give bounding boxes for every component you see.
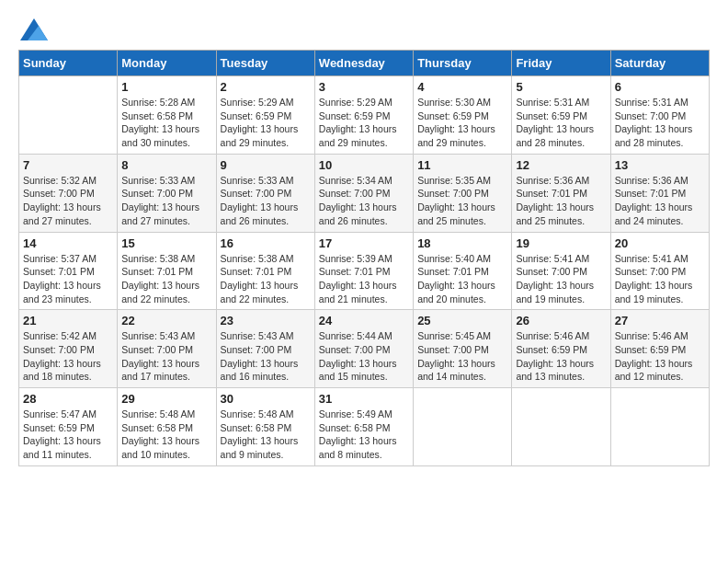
day-cell: 7Sunrise: 5:32 AM Sunset: 7:00 PM Daylig… — [19, 154, 118, 232]
day-number: 10 — [319, 158, 409, 172]
day-cell: 14Sunrise: 5:37 AM Sunset: 7:01 PM Dayli… — [19, 232, 118, 310]
day-number: 1 — [121, 80, 211, 94]
day-number: 20 — [615, 236, 705, 250]
day-cell: 10Sunrise: 5:34 AM Sunset: 7:00 PM Dayli… — [314, 154, 413, 232]
day-cell: 6Sunrise: 5:31 AM Sunset: 7:00 PM Daylig… — [610, 76, 709, 155]
day-info: Sunrise: 5:33 AM Sunset: 7:00 PM Dayligh… — [221, 174, 311, 228]
day-cell: 8Sunrise: 5:33 AM Sunset: 7:00 PM Daylig… — [118, 154, 216, 232]
day-number: 4 — [417, 80, 507, 94]
day-cell — [414, 388, 512, 466]
day-cell: 18Sunrise: 5:40 AM Sunset: 7:01 PM Dayli… — [414, 232, 512, 310]
day-header-saturday: Saturday — [610, 51, 709, 76]
day-info: Sunrise: 5:45 AM Sunset: 7:00 PM Dayligh… — [417, 329, 507, 384]
day-info: Sunrise: 5:36 AM Sunset: 7:01 PM Dayligh… — [516, 174, 606, 228]
day-cell: 28Sunrise: 5:47 AM Sunset: 6:59 PM Dayli… — [19, 388, 118, 466]
day-cell: 17Sunrise: 5:39 AM Sunset: 7:01 PM Dayli… — [314, 232, 413, 310]
day-info: Sunrise: 5:33 AM Sunset: 7:00 PM Dayligh… — [121, 174, 211, 228]
day-number: 17 — [319, 236, 409, 250]
day-number: 6 — [615, 80, 705, 94]
logo-icon — [20, 18, 48, 40]
day-header-wednesday: Wednesday — [314, 51, 413, 76]
day-cell — [512, 388, 610, 466]
day-cell: 12Sunrise: 5:36 AM Sunset: 7:01 PM Dayli… — [512, 154, 610, 232]
day-cell: 13Sunrise: 5:36 AM Sunset: 7:01 PM Dayli… — [610, 154, 709, 232]
day-number: 12 — [516, 158, 606, 172]
logo — [18, 18, 48, 40]
day-header-tuesday: Tuesday — [216, 51, 314, 76]
day-header-thursday: Thursday — [414, 51, 512, 76]
day-cell: 16Sunrise: 5:38 AM Sunset: 7:01 PM Dayli… — [216, 232, 314, 310]
day-cell: 23Sunrise: 5:43 AM Sunset: 7:00 PM Dayli… — [216, 310, 314, 388]
day-number: 30 — [221, 392, 311, 406]
day-number: 22 — [121, 314, 211, 327]
day-cell: 2Sunrise: 5:29 AM Sunset: 6:59 PM Daylig… — [216, 76, 314, 155]
day-number: 23 — [221, 314, 311, 327]
page-header — [18, 18, 710, 40]
day-number: 13 — [615, 158, 705, 172]
week-row-4: 21Sunrise: 5:42 AM Sunset: 7:00 PM Dayli… — [19, 310, 710, 388]
day-cell: 15Sunrise: 5:38 AM Sunset: 7:01 PM Dayli… — [118, 232, 216, 310]
day-info: Sunrise: 5:31 AM Sunset: 6:59 PM Dayligh… — [516, 96, 606, 150]
day-number: 15 — [121, 236, 211, 250]
day-cell: 19Sunrise: 5:41 AM Sunset: 7:00 PM Dayli… — [512, 232, 610, 310]
day-info: Sunrise: 5:47 AM Sunset: 6:59 PM Dayligh… — [23, 408, 113, 462]
day-cell: 25Sunrise: 5:45 AM Sunset: 7:00 PM Dayli… — [414, 310, 512, 388]
day-number: 8 — [121, 158, 211, 172]
day-cell: 30Sunrise: 5:48 AM Sunset: 6:58 PM Dayli… — [216, 388, 314, 466]
day-info: Sunrise: 5:29 AM Sunset: 6:59 PM Dayligh… — [319, 96, 409, 150]
day-number: 7 — [23, 158, 113, 172]
day-info: Sunrise: 5:30 AM Sunset: 6:59 PM Dayligh… — [417, 96, 507, 150]
day-info: Sunrise: 5:38 AM Sunset: 7:01 PM Dayligh… — [121, 252, 211, 306]
day-header-sunday: Sunday — [19, 51, 118, 76]
day-number: 26 — [516, 314, 606, 327]
day-info: Sunrise: 5:39 AM Sunset: 7:01 PM Dayligh… — [319, 252, 409, 306]
day-info: Sunrise: 5:46 AM Sunset: 6:59 PM Dayligh… — [516, 329, 606, 384]
day-cell: 9Sunrise: 5:33 AM Sunset: 7:00 PM Daylig… — [216, 154, 314, 232]
day-number: 31 — [319, 392, 409, 406]
day-info: Sunrise: 5:43 AM Sunset: 7:00 PM Dayligh… — [121, 329, 211, 384]
day-header-friday: Friday — [512, 51, 610, 76]
day-info: Sunrise: 5:44 AM Sunset: 7:00 PM Dayligh… — [319, 329, 409, 384]
day-cell: 11Sunrise: 5:35 AM Sunset: 7:00 PM Dayli… — [414, 154, 512, 232]
day-cell: 5Sunrise: 5:31 AM Sunset: 6:59 PM Daylig… — [512, 76, 610, 155]
day-number: 18 — [417, 236, 507, 250]
day-number: 24 — [319, 314, 409, 327]
day-number: 25 — [417, 314, 507, 327]
day-info: Sunrise: 5:32 AM Sunset: 7:00 PM Dayligh… — [23, 174, 113, 228]
day-info: Sunrise: 5:35 AM Sunset: 7:00 PM Dayligh… — [417, 174, 507, 228]
day-cell — [610, 388, 709, 466]
day-cell: 27Sunrise: 5:46 AM Sunset: 6:59 PM Dayli… — [610, 310, 709, 388]
day-cell: 1Sunrise: 5:28 AM Sunset: 6:58 PM Daylig… — [118, 76, 216, 155]
day-number: 29 — [121, 392, 211, 406]
day-info: Sunrise: 5:41 AM Sunset: 7:00 PM Dayligh… — [516, 252, 606, 306]
day-header-monday: Monday — [118, 51, 216, 76]
day-number: 19 — [516, 236, 606, 250]
days-header-row: SundayMondayTuesdayWednesdayThursdayFrid… — [19, 51, 710, 76]
day-cell: 21Sunrise: 5:42 AM Sunset: 7:00 PM Dayli… — [19, 310, 118, 388]
day-info: Sunrise: 5:42 AM Sunset: 7:00 PM Dayligh… — [23, 329, 113, 384]
day-info: Sunrise: 5:41 AM Sunset: 7:00 PM Dayligh… — [615, 252, 705, 306]
week-row-1: 1Sunrise: 5:28 AM Sunset: 6:58 PM Daylig… — [19, 76, 710, 155]
day-cell — [19, 76, 118, 155]
day-cell: 24Sunrise: 5:44 AM Sunset: 7:00 PM Dayli… — [314, 310, 413, 388]
day-info: Sunrise: 5:31 AM Sunset: 7:00 PM Dayligh… — [615, 96, 705, 150]
day-number: 28 — [23, 392, 113, 406]
week-row-2: 7Sunrise: 5:32 AM Sunset: 7:00 PM Daylig… — [19, 154, 710, 232]
day-number: 27 — [615, 314, 705, 327]
day-number: 5 — [516, 80, 606, 94]
day-cell: 26Sunrise: 5:46 AM Sunset: 6:59 PM Dayli… — [512, 310, 610, 388]
day-info: Sunrise: 5:40 AM Sunset: 7:01 PM Dayligh… — [417, 252, 507, 306]
week-row-3: 14Sunrise: 5:37 AM Sunset: 7:01 PM Dayli… — [19, 232, 710, 310]
day-info: Sunrise: 5:43 AM Sunset: 7:00 PM Dayligh… — [221, 329, 311, 384]
day-info: Sunrise: 5:28 AM Sunset: 6:58 PM Dayligh… — [121, 96, 211, 150]
day-number: 11 — [417, 158, 507, 172]
day-info: Sunrise: 5:48 AM Sunset: 6:58 PM Dayligh… — [121, 408, 211, 462]
day-cell: 29Sunrise: 5:48 AM Sunset: 6:58 PM Dayli… — [118, 388, 216, 466]
day-cell: 3Sunrise: 5:29 AM Sunset: 6:59 PM Daylig… — [314, 76, 413, 155]
day-number: 21 — [23, 314, 113, 327]
day-info: Sunrise: 5:34 AM Sunset: 7:00 PM Dayligh… — [319, 174, 409, 228]
week-row-5: 28Sunrise: 5:47 AM Sunset: 6:59 PM Dayli… — [19, 388, 710, 466]
calendar-table: SundayMondayTuesdayWednesdayThursdayFrid… — [18, 50, 710, 466]
day-number: 2 — [221, 80, 311, 94]
day-info: Sunrise: 5:37 AM Sunset: 7:01 PM Dayligh… — [23, 252, 113, 306]
